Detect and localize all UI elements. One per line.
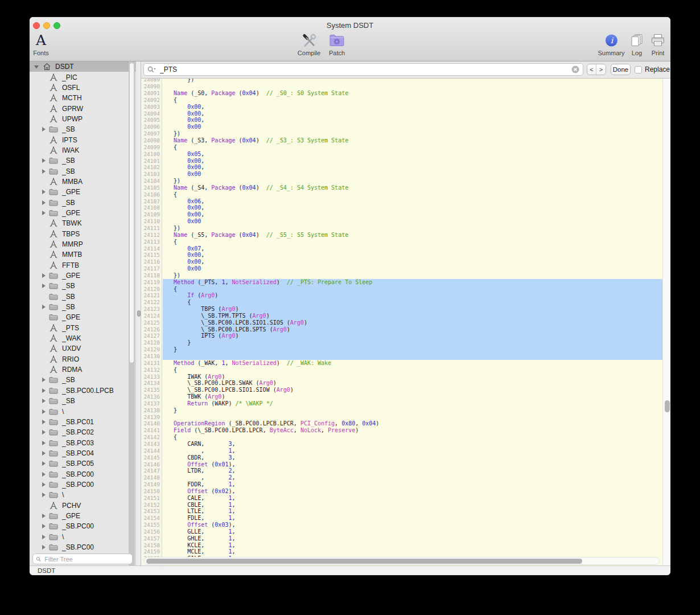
code-line[interactable]: 0x00, <box>160 211 379 218</box>
disclosure-triangle-icon[interactable] <box>41 450 47 456</box>
sidebar-item-tbwk[interactable]: TBWK <box>30 218 135 228</box>
code-line[interactable]: TBWK (Arg0) <box>160 393 379 400</box>
code-line[interactable]: 0x00, <box>160 259 379 265</box>
code-line[interactable]: 0x00 <box>160 265 379 272</box>
code-line[interactable]: CBDR, 3, <box>160 454 379 461</box>
code-line[interactable]: FDDR, 1, <box>160 481 379 488</box>
horizontal-scrollbar-thumb[interactable] <box>146 559 582 564</box>
patch-button[interactable]: Patch <box>329 32 345 56</box>
code-line[interactable]: \_SB.PC00.LPCB.SIO1.SIOS (Arg0) <box>160 319 379 326</box>
summary-button[interactable]: i Summary <box>598 32 624 56</box>
sidebar-item--gpe[interactable]: _GPE <box>30 312 135 322</box>
disclosure-triangle-icon[interactable] <box>41 544 47 550</box>
code-line[interactable]: Name (_S3, Package (0x04) // _S3_: S3 Sy… <box>160 137 379 144</box>
code-line[interactable]: Name (_S4, Package (0x04) // _S4_: S4 Sy… <box>160 184 379 191</box>
code-line[interactable]: IWAK (Arg0) <box>160 374 379 380</box>
sidebar-item--gpe[interactable]: _GPE <box>30 270 135 281</box>
code-line[interactable]: FDLE, 1, <box>160 515 379 522</box>
sidebar-item--sb-pc00[interactable]: _SB.PC00 <box>30 521 135 531</box>
sidebar-item--wak[interactable]: _WAK <box>30 333 135 343</box>
disclosure-triangle-icon[interactable] <box>41 273 47 278</box>
code-line[interactable]: \_SB.PC00.LPCB.SPTS (Arg0) <box>160 326 379 333</box>
disclosure-triangle-icon[interactable] <box>41 126 47 132</box>
sidebar-item-mmba[interactable]: MMBA <box>30 177 135 187</box>
disclosure-triangle-icon[interactable] <box>41 398 47 404</box>
code-line[interactable]: CARN, 3, <box>160 441 379 448</box>
sidebar-item-mmrp[interactable]: MMRP <box>30 239 135 249</box>
code-line[interactable]: 0x00, <box>160 110 379 117</box>
disclosure-triangle-icon[interactable] <box>41 409 47 415</box>
sidebar-item--gpe[interactable]: _GPE <box>30 511 135 521</box>
log-button[interactable]: Log <box>629 32 644 56</box>
code-line[interactable]: GHLE, 1, <box>160 535 379 542</box>
search-menu-icon[interactable] <box>147 66 156 73</box>
code-line[interactable]: LTLE, 1, <box>160 508 379 515</box>
sidebar-item--sb[interactable]: _SB <box>30 302 135 312</box>
code-line[interactable]: 0x00, <box>160 117 379 124</box>
code-line[interactable]: \_SB.PC00.LPCB.SWAK (Arg0) <box>160 380 379 387</box>
sidebar-item--sb-pc00[interactable]: _SB.PC00 <box>30 542 135 552</box>
fonts-button[interactable]: A Fonts <box>33 32 49 56</box>
disclosure-triangle-icon[interactable] <box>34 64 40 69</box>
disclosure-triangle-icon[interactable] <box>41 461 47 466</box>
sidebar-item--sb-pc00-lpcb[interactable]: _SB.PC00.LPCB <box>30 386 135 396</box>
disclosure-triangle-icon[interactable] <box>41 419 47 425</box>
sidebar-scrollbar-thumb[interactable] <box>129 63 134 363</box>
sidebar-item--sb[interactable]: _SB <box>30 124 135 134</box>
sidebar-item--sb[interactable]: _SB <box>30 166 135 176</box>
sidebar-item-pchv[interactable]: PCHV <box>30 500 135 510</box>
sidebar-divider[interactable] <box>135 62 141 565</box>
code-line[interactable]: { <box>160 144 379 151</box>
code-line[interactable]: CBLE, 1, <box>160 502 379 509</box>
disclosure-triangle-icon[interactable] <box>41 513 47 519</box>
code-line[interactable]: 0x00 <box>160 171 379 178</box>
disclosure-triangle-icon[interactable] <box>41 210 47 216</box>
code-lines[interactable]: }) Name (_S0, Package (0x04) // _S0_: S0… <box>160 79 379 562</box>
sidebar-item--pts[interactable]: _PTS <box>30 323 135 333</box>
code-line[interactable]: , 2, <box>160 474 379 481</box>
sidebar-item--sb[interactable]: _SB <box>30 197 135 207</box>
sidebar-item-upwp[interactable]: UPWP <box>30 114 135 124</box>
disclosure-triangle-icon[interactable] <box>41 388 47 393</box>
code-line[interactable]: } <box>160 339 379 346</box>
sidebar-item--sb-pc01[interactable]: _SB.PC01 <box>30 417 135 427</box>
find-next-button[interactable]: > <box>596 64 606 75</box>
code-line[interactable]: Offset (0x01), <box>160 461 379 468</box>
sidebar-item--sb-pc02[interactable]: _SB.PC02 <box>30 427 135 437</box>
sidebar-item--gpe[interactable]: _GPE <box>30 208 135 218</box>
divider-handle[interactable] <box>137 310 141 317</box>
sidebar-item--sb[interactable]: _SB <box>30 281 135 291</box>
code-line[interactable]: Name (_S5, Package (0x04) // _S5_: S5 Sy… <box>160 232 379 239</box>
code-line[interactable]: Offset (0x02), <box>160 488 379 495</box>
code-line[interactable]: } <box>160 346 379 353</box>
code-line[interactable]: { <box>160 367 379 374</box>
disclosure-triangle-icon[interactable] <box>41 189 47 195</box>
find-previous-button[interactable]: < <box>587 64 596 75</box>
search-field[interactable] <box>143 63 583 76</box>
code-line[interactable] <box>160 83 379 90</box>
sidebar-item-uxdv[interactable]: UXDV <box>30 343 135 354</box>
sidebar-item--sb[interactable]: _SB <box>30 292 135 302</box>
sidebar-scrollbar[interactable] <box>129 62 135 565</box>
disclosure-triangle-icon[interactable] <box>41 523 47 529</box>
code-line[interactable]: } <box>160 407 379 414</box>
filter-tree-field[interactable] <box>32 554 133 564</box>
disclosure-triangle-icon[interactable] <box>41 304 47 310</box>
sidebar-item--pic[interactable]: _PIC <box>30 72 135 82</box>
replace-label[interactable]: Replace <box>645 65 670 73</box>
horizontal-scrollbar[interactable] <box>144 557 660 565</box>
code-line[interactable]: { <box>160 434 379 441</box>
code-line[interactable]: \_SB.TPM.TPTS (Arg0) <box>160 313 379 319</box>
code-line[interactable]: , 1, <box>160 448 379 454</box>
disclosure-triangle-icon[interactable] <box>41 200 47 206</box>
sidebar-item-ipts[interactable]: IPTS <box>30 134 135 145</box>
sidebar-item-osfl[interactable]: OSFL <box>30 83 135 93</box>
sidebar-item-iwak[interactable]: IWAK <box>30 145 135 155</box>
sidebar-item-fftb[interactable]: FFTB <box>30 260 135 270</box>
code-line[interactable]: OperationRegion (_SB.PC00.LPCB.LPCR, PCI… <box>160 420 379 427</box>
code-line[interactable]: 0x00, <box>160 164 379 171</box>
compile-button[interactable]: Compile <box>298 32 320 56</box>
disclosure-triangle-icon[interactable] <box>41 534 47 540</box>
replace-checkbox[interactable] <box>635 66 642 73</box>
sidebar-item-mmtb[interactable]: MMTB <box>30 249 135 260</box>
